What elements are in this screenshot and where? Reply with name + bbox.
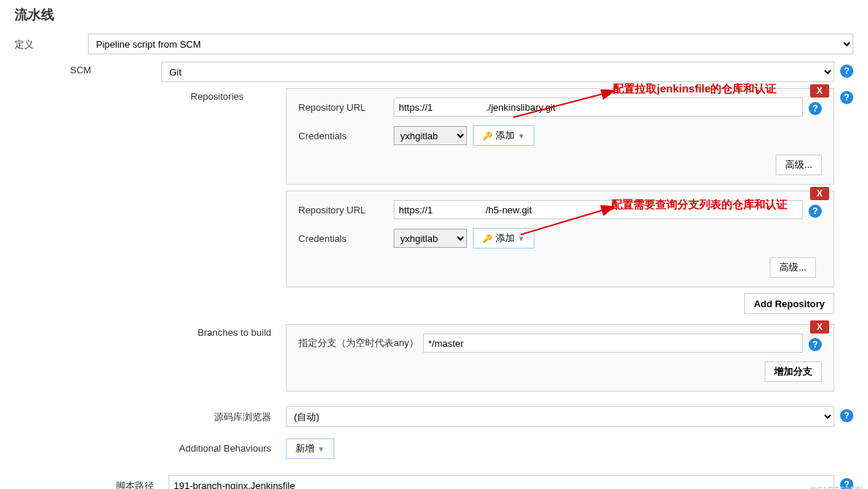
- repo-url-input[interactable]: [394, 200, 803, 219]
- branch-input[interactable]: [423, 334, 803, 353]
- repositories-label: Repositories: [15, 88, 286, 102]
- help-icon[interactable]: ?: [840, 65, 853, 78]
- help-icon[interactable]: ?: [809, 338, 822, 351]
- scm-label: SCM: [15, 62, 161, 76]
- definition-select[interactable]: Pipeline script from SCM: [88, 34, 853, 54]
- repo-url-label: Repository URL: [298, 102, 394, 113]
- chevron-down-icon: ▼: [518, 235, 525, 243]
- help-icon[interactable]: ?: [840, 91, 853, 104]
- chevron-down-icon: ▼: [317, 445, 325, 453]
- key-icon: 🔑: [482, 131, 493, 141]
- credentials-label: Credentials: [298, 233, 394, 244]
- branches-label: Branches to build: [15, 324, 286, 338]
- repo-browser-select[interactable]: (自动): [286, 406, 834, 427]
- section-title: 流水线: [0, 0, 868, 29]
- chevron-down-icon: ▼: [518, 132, 525, 140]
- help-icon[interactable]: ?: [840, 409, 853, 422]
- advanced-button[interactable]: 高级...: [776, 155, 822, 175]
- add-credentials-button[interactable]: 🔑 添加 ▼: [473, 125, 534, 146]
- script-path-label: 脚本路径: [15, 475, 169, 489]
- close-icon[interactable]: X: [810, 84, 829, 98]
- scm-select[interactable]: Git: [161, 62, 834, 82]
- credentials-label: Credentials: [298, 130, 394, 141]
- add-behaviour-button[interactable]: 新增 ▼: [286, 438, 334, 459]
- add-credentials-button[interactable]: 🔑 添加 ▼: [473, 228, 534, 249]
- repo-url-input[interactable]: [394, 98, 803, 117]
- help-icon[interactable]: ?: [809, 102, 822, 115]
- credentials-select[interactable]: yxhgitlab: [394, 229, 467, 248]
- branch-block: X 指定分支（为空时代表any） ? 增加分支: [286, 324, 834, 391]
- watermark: @51CTO博客: [809, 485, 864, 489]
- help-icon[interactable]: ?: [809, 205, 822, 218]
- branch-spec-label: 指定分支（为空时代表any）: [298, 337, 423, 350]
- close-icon[interactable]: X: [810, 320, 829, 334]
- add-repository-button[interactable]: Add Repository: [744, 293, 834, 314]
- repo-url-label: Repository URL: [298, 205, 394, 216]
- credentials-select[interactable]: yxhgitlab: [394, 126, 467, 145]
- script-path-input[interactable]: [169, 475, 834, 489]
- definition-label: 定义: [15, 34, 88, 51]
- repository-block: X Repository URL ? Credentials yxhgitlab: [286, 191, 834, 287]
- add-branch-button[interactable]: 增加分支: [765, 361, 822, 382]
- repository-block: X Repository URL ? Credentials yxhgitlab: [286, 88, 834, 185]
- behaviours-label: Additional Behaviours: [15, 438, 286, 454]
- key-icon: 🔑: [482, 234, 493, 243]
- advanced-button[interactable]: 高级...: [770, 257, 816, 278]
- browser-label: 源码库浏览器: [15, 406, 286, 424]
- close-icon[interactable]: X: [810, 187, 829, 200]
